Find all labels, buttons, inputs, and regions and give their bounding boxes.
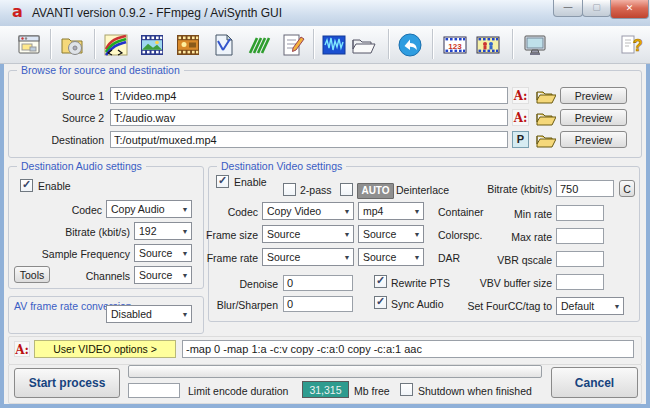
filmstrip-video-icon [175,32,201,58]
undo-arrow-icon [397,32,423,58]
limit-duration-input[interactable] [128,383,180,398]
video-codec-value: Copy Video [263,205,341,217]
dropdown-arrow-icon: ▼ [179,311,191,318]
deinterlace-checkbox[interactable] [340,183,353,196]
toolbar-script-document-button[interactable] [208,29,240,60]
deinterlace-auto-button[interactable]: AUTO [357,183,394,199]
vbr-qscale-input[interactable] [556,251,604,267]
dar-label: DAR [438,252,460,264]
fourcc-select[interactable]: Default▼ [556,297,624,315]
mb-free-value: 31,315 [302,381,349,398]
source2-input[interactable] [110,109,508,126]
toolbar-monitor-button[interactable] [519,29,551,60]
title-bar[interactable]: a AVANTI version 0.9.2 - FFmpeg / AviSyn… [0,0,650,27]
cancel-button[interactable]: Cancel [551,367,638,398]
start-process-button[interactable]: Start process [14,368,120,398]
maxrate-input[interactable] [556,228,604,244]
video-codec-select[interactable]: Copy Video▼ [262,202,354,220]
source1-avisynth-button[interactable]: A: [512,87,529,104]
vbv-buffer-label: VBV buffer size [442,277,552,289]
toolbar-frame-counter-button[interactable]: 123 [439,29,471,60]
toolbar-video-info-button[interactable] [172,29,204,60]
source1-preview-button[interactable]: Preview [560,87,627,104]
toolbar-film-edit-button[interactable] [472,29,504,60]
toolbar-open-project-button[interactable] [56,29,88,60]
minrate-input[interactable] [556,205,604,221]
user-video-options-input[interactable] [182,340,634,358]
video-bitrate-input[interactable] [556,180,614,197]
encode-progress-bar [128,365,542,378]
audio-samplefreq-select[interactable]: Source▼ [134,244,192,262]
toolbar-video-preview-button[interactable] [136,29,168,60]
audio-channels-value: Source [135,269,179,281]
container-select[interactable]: mp4▼ [358,202,424,220]
close-button[interactable]: ✕ [610,0,649,19]
folder-cd-icon [59,32,85,58]
toolbar-edit-script-button[interactable] [277,29,309,60]
destination-browse-folder-button[interactable] [536,132,556,150]
checkmark-icon: ✓ [21,179,32,190]
blur-sharpen-label: Blur/Sharpen [206,299,278,311]
framerate-secondary-select[interactable]: Source▼ [358,248,424,266]
user-video-options-label[interactable]: User VIDEO options > [34,340,176,358]
framesize-secondary-select[interactable]: Source▼ [358,225,424,243]
framerate-select[interactable]: Source▼ [262,248,354,266]
dropdown-arrow-icon: ▼ [341,254,353,261]
source2-preview-button[interactable]: Preview [560,109,627,126]
fourcc-value: Default [557,300,611,312]
maximize-button[interactable]: ▢ [582,0,611,17]
deinterlace-label: Deinterlace [396,184,449,196]
audio-bitrate-select[interactable]: 192▼ [134,222,192,240]
twopass-checkbox[interactable] [283,183,296,196]
toolbar-separator [388,29,389,59]
source1-input[interactable] [110,87,508,104]
source2-avisynth-button[interactable]: A: [512,109,529,126]
toolbar-undo-button[interactable] [394,29,426,60]
denoise-input[interactable] [283,275,353,291]
audio-samplefreq-value: Source [135,247,179,259]
bitrate-calculator-button[interactable]: C [619,180,635,197]
maxrate-label: Max rate [460,231,552,243]
dropdown-arrow-icon: ▼ [411,254,423,261]
folder-open-icon [350,32,376,58]
user-options-avisynth-button[interactable]: A: [14,341,30,357]
framesize-select[interactable]: Source▼ [262,225,354,243]
destination-p-button[interactable]: P [512,131,529,148]
audio-channels-select[interactable]: Source▼ [134,266,192,284]
source1-browse-folder-button[interactable] [536,88,556,106]
blur-sharpen-input[interactable] [283,296,353,312]
open-folder-icon [536,110,556,126]
avanti-logo-icon: a [9,3,26,20]
source2-browse-folder-button[interactable] [536,110,556,128]
audio-channels-label: Channels [52,270,130,282]
vbr-qscale-label: VBR qscale [460,254,552,266]
toolbar-separator [512,29,513,59]
destination-preview-button[interactable]: Preview [560,131,627,148]
rewrite-pts-checkbox[interactable]: ✓ [374,275,387,288]
avisynth-zigzag-icon [246,32,272,58]
audio-group-title: Destination Audio settings [17,160,146,172]
toolbar-audio-analysis-button[interactable] [318,29,350,60]
sync-audio-checkbox[interactable]: ✓ [374,296,387,309]
fourcc-label: Set FourCC/tag to [442,300,552,312]
audio-tools-button[interactable]: Tools [14,266,50,283]
audio-enable-checkbox[interactable]: ✓ [20,179,33,192]
av-framerate-select[interactable]: Disabled▼ [106,305,192,323]
notepad-edit-icon [280,32,306,58]
toolbar-color-correction-button[interactable] [100,29,132,60]
dropdown-arrow-icon: ▼ [179,228,191,235]
shutdown-checkbox[interactable] [400,383,413,396]
audio-codec-value: Copy Audio [107,203,179,215]
minimize-button[interactable]: — [553,0,583,17]
monitor-icon [522,32,548,58]
toolbar-open-folder-button[interactable] [347,29,379,60]
toolbar-avisynth-button[interactable] [243,29,275,60]
vbv-buffer-input[interactable] [556,274,604,290]
destination-input[interactable] [110,131,508,148]
toolbar-app-window-button[interactable] [13,29,45,60]
toolbar-help-button[interactable]: ? [614,29,646,60]
video-enable-checkbox[interactable]: ✓ [216,175,229,188]
audio-codec-select[interactable]: Copy Audio▼ [106,200,192,218]
dropdown-arrow-icon: ▼ [341,231,353,238]
toolbar-separator [313,29,314,59]
